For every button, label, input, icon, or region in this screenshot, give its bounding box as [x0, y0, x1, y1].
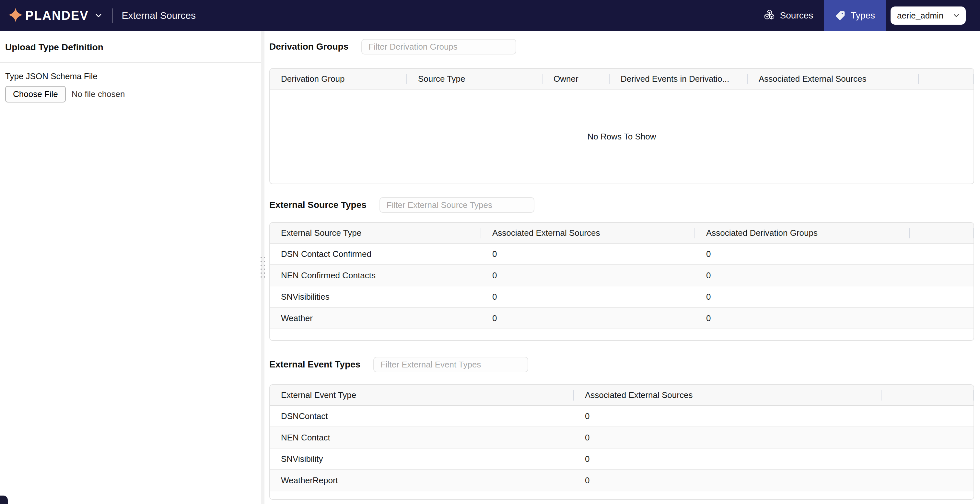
- types-content-panel: Derivation Groups Derivation GroupSource…: [264, 31, 980, 504]
- table-cell: 0: [695, 265, 910, 286]
- file-input-row: Choose File No file chosen: [5, 86, 256, 102]
- empty-state: No Rows To Show: [270, 89, 974, 183]
- column-header-source-type[interactable]: Source Type: [407, 69, 542, 89]
- main-area: Upload Type Definition Type JSON Schema …: [0, 31, 980, 504]
- table-empty-space: [270, 491, 974, 499]
- column-header-blank: [919, 69, 974, 89]
- table-cell: 0: [574, 470, 881, 491]
- table-cell: SNVisibility: [270, 448, 574, 469]
- table-cell: 0: [695, 244, 910, 264]
- file-chosen-status: No file chosen: [72, 89, 125, 99]
- column-header-associated-external-sources[interactable]: Associated External Sources: [574, 385, 881, 405]
- external-event-types-table: External Event TypeAssociated External S…: [269, 384, 974, 500]
- external-source-types-table: External Source TypeAssociated External …: [269, 222, 974, 341]
- nav-item-sources[interactable]: Sources: [753, 0, 824, 31]
- table-row[interactable]: DSNContact0: [270, 406, 974, 427]
- topbar-divider: [112, 8, 113, 23]
- derivation-groups-filter-input[interactable]: [361, 39, 516, 54]
- column-header-associated-derivation-groups[interactable]: Associated Derivation Groups: [695, 223, 910, 243]
- upload-panel-body: Type JSON Schema File Choose File No fil…: [0, 63, 261, 111]
- tag-icon: [835, 10, 845, 21]
- user-role-value: aerie_admin: [897, 11, 943, 21]
- column-header-blank: [910, 223, 974, 243]
- panel-resize-handle[interactable]: [261, 31, 264, 504]
- column-header-derivation-group[interactable]: Derivation Group: [270, 69, 407, 89]
- table-cell: WeatherReport: [270, 470, 574, 491]
- logo-star-icon: [8, 8, 23, 23]
- column-header-associated-external-sources[interactable]: Associated External Sources: [748, 69, 919, 89]
- table-cell: 0: [574, 406, 881, 426]
- chevron-down-icon: [952, 11, 961, 20]
- column-header-external-source-type[interactable]: External Source Type: [270, 223, 481, 243]
- column-header-associated-external-sources[interactable]: Associated External Sources: [481, 223, 695, 243]
- derivation-groups-table: Derivation GroupSource TypeOwnerDerived …: [269, 68, 974, 184]
- table-cell: DSNContact: [270, 406, 574, 426]
- table-cell: 0: [481, 286, 695, 307]
- table-row[interactable]: NEN Contact0: [270, 427, 974, 448]
- resize-grip-icon: [261, 257, 265, 278]
- table-header-row: External Event TypeAssociated External S…: [270, 385, 974, 406]
- table-cell: 0: [574, 427, 881, 448]
- page-title: External Sources: [122, 10, 196, 21]
- topbar-right-nav: Sources Types aerie_admin: [753, 0, 980, 31]
- column-header-blank: [881, 385, 974, 405]
- table-cell: 0: [481, 308, 695, 329]
- boxes-icon: [764, 9, 775, 22]
- table-cell: Weather: [270, 308, 481, 329]
- table-cell: 0: [695, 286, 910, 307]
- nav-sources-label: Sources: [780, 10, 813, 21]
- table-cell: SNVisibilities: [270, 286, 481, 307]
- table-row[interactable]: WeatherReport0: [270, 470, 974, 491]
- external-event-types-header: External Event Types: [269, 357, 974, 372]
- empty-state-text: No Rows To Show: [587, 132, 656, 142]
- table-header-row: External Source TypeAssociated External …: [270, 223, 974, 244]
- chevron-down-icon[interactable]: [94, 11, 103, 20]
- table-cell: 0: [695, 308, 910, 329]
- external-source-types-filter-input[interactable]: [380, 197, 535, 213]
- upload-panel: Upload Type Definition Type JSON Schema …: [0, 31, 261, 504]
- table-cell: DSN Contact Confirmed: [270, 244, 481, 264]
- external-event-types-title: External Event Types: [269, 359, 360, 370]
- nav-item-types[interactable]: Types: [824, 0, 886, 31]
- nav-types-label: Types: [851, 10, 875, 21]
- external-source-types-header: External Source Types: [269, 197, 974, 213]
- column-header-derived-events-in-derivatio-[interactable]: Derived Events in Derivatio...: [609, 69, 748, 89]
- user-role-select[interactable]: aerie_admin: [891, 6, 966, 25]
- logo-text: PLANDEV: [25, 9, 89, 23]
- table-cell: NEN Contact: [270, 427, 574, 448]
- file-field-label: Type JSON Schema File: [5, 71, 256, 81]
- table-cell: 0: [574, 448, 881, 469]
- table-row[interactable]: SNVisibilities00: [270, 286, 974, 308]
- table-row[interactable]: DSN Contact Confirmed00: [270, 244, 974, 265]
- column-header-owner[interactable]: Owner: [542, 69, 609, 89]
- external-event-types-filter-input[interactable]: [373, 357, 528, 372]
- table-header-row: Derivation GroupSource TypeOwnerDerived …: [270, 69, 974, 89]
- table-row[interactable]: NEN Confirmed Contacts00: [270, 265, 974, 286]
- table-empty-space: [270, 329, 974, 340]
- upload-panel-title: Upload Type Definition: [0, 31, 261, 63]
- top-navigation-bar: PLANDEV External Sources Sources: [0, 0, 980, 31]
- app-menu-button[interactable]: PLANDEV: [0, 0, 103, 31]
- column-header-external-event-type[interactable]: External Event Type: [270, 385, 574, 405]
- table-cell: 0: [481, 265, 695, 286]
- corner-floating-element: [0, 496, 8, 504]
- derivation-groups-title: Derivation Groups: [269, 41, 348, 52]
- external-source-types-title: External Source Types: [269, 200, 366, 210]
- table-cell: NEN Confirmed Contacts: [270, 265, 481, 286]
- table-row[interactable]: SNVisibility0: [270, 448, 974, 470]
- derivation-groups-header: Derivation Groups: [269, 39, 974, 54]
- table-row[interactable]: Weather00: [270, 308, 974, 329]
- choose-file-button[interactable]: Choose File: [5, 86, 66, 102]
- table-cell: 0: [481, 244, 695, 264]
